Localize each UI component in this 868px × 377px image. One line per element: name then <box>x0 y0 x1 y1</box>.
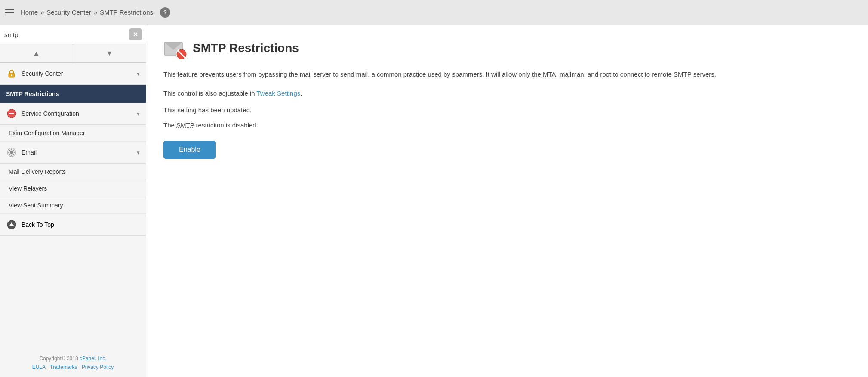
description-paragraph-1: This feature prevents users from bypassi… <box>163 69 851 80</box>
breadcrumb: Home » Security Center » SMTP Restrictio… <box>21 7 170 18</box>
lock-icon <box>6 68 17 79</box>
sidebar-label-service-configuration: Service Configuration <box>22 110 137 117</box>
sidebar-item-smtp-restrictions[interactable]: SMTP Restrictions <box>0 85 146 103</box>
copyright-text: Copyright© 2018 <box>39 355 80 362</box>
back-to-top-label: Back To Top <box>22 221 54 228</box>
description-paragraph-2: This control is also adjustable in Tweak… <box>163 88 851 99</box>
sidebar-label-security-center: Security Center <box>22 70 137 77</box>
arrow-down-icon <box>106 49 113 57</box>
sidebar-section-security-center: Security Center ▾ <box>0 63 146 85</box>
sidebar-footer: Copyright© 2018 cPanel, Inc. EULA Tradem… <box>0 349 146 377</box>
chevron-down-icon-2: ▾ <box>137 111 140 117</box>
sidebar-item-view-sent-summary[interactable]: View Sent Summary <box>0 197 146 214</box>
sidebar-item-view-relayers[interactable]: View Relayers <box>0 180 146 197</box>
main-layout: smtp ✕ Security Center <box>0 25 868 377</box>
nav-up-button[interactable] <box>0 44 73 62</box>
arrow-up-icon <box>33 49 40 57</box>
privacy-link[interactable]: Privacy Policy <box>82 364 114 370</box>
page-header-icon <box>163 38 186 59</box>
top-bar: Home » Security Center » SMTP Restrictio… <box>0 0 868 25</box>
nav-arrows <box>0 44 146 63</box>
sidebar-item-mail-delivery[interactable]: Mail Delivery Reports <box>0 164 146 180</box>
sidebar-label-email: Email <box>22 149 137 156</box>
smtp-abbr-2: SMTP <box>176 121 194 129</box>
tweak-settings-link[interactable]: Tweak Settings <box>257 90 301 97</box>
svg-point-5 <box>10 151 13 154</box>
chevron-down-icon: ▾ <box>137 71 140 77</box>
sidebar-label-exim-config: Exim Configuration Manager <box>9 130 85 136</box>
trademarks-link[interactable]: Trademarks <box>50 364 77 370</box>
content-description: This feature prevents users from bypassi… <box>163 69 851 99</box>
svg-rect-3 <box>9 113 14 114</box>
smtp-abbr-1: SMTP <box>674 71 691 78</box>
search-bar: smtp ✕ <box>0 25 146 44</box>
sidebar-section-email: Email ▾ <box>0 142 146 164</box>
status-disabled: The SMTP restriction is disabled. <box>163 121 851 129</box>
breadcrumb-sep1: » <box>40 9 44 16</box>
svg-point-1 <box>11 74 12 76</box>
page-header: SMTP Restrictions <box>163 38 851 59</box>
breadcrumb-home[interactable]: Home <box>21 9 38 16</box>
breadcrumb-current: SMTP Restrictions <box>100 9 153 16</box>
up-circle-icon <box>6 219 17 230</box>
tweak-settings-suffix: . <box>300 90 302 97</box>
search-clear-button[interactable]: ✕ <box>129 28 142 40</box>
chevron-down-icon-3: ▾ <box>137 149 140 156</box>
company-link[interactable]: cPanel, Inc. <box>80 355 107 362</box>
mta-abbr: MTA <box>543 71 556 78</box>
sidebar-label-mail-delivery: Mail Delivery Reports <box>9 168 66 175</box>
sidebar-section-service-config: Service Configuration ▾ <box>0 103 146 125</box>
sidebar: smtp ✕ Security Center <box>0 25 146 377</box>
sidebar-item-exim-config[interactable]: Exim Configuration Manager <box>0 125 146 142</box>
sidebar-item-service-configuration[interactable]: Service Configuration ▾ <box>0 103 146 124</box>
sidebar-item-email[interactable]: Email ▾ <box>0 142 146 163</box>
help-icon[interactable]: ? <box>160 7 170 18</box>
status-updated: This setting has been updated. <box>163 106 851 114</box>
hamburger-icon[interactable] <box>5 9 14 15</box>
content-area: SMTP Restrictions This feature prevents … <box>146 25 868 377</box>
tweak-settings-prefix: This control is also adjustable in <box>163 90 257 97</box>
search-input[interactable]: smtp <box>4 31 127 38</box>
sidebar-label-view-relayers: View Relayers <box>9 185 47 192</box>
sidebar-label-view-sent-summary: View Sent Summary <box>9 202 63 209</box>
breadcrumb-sep2: » <box>94 9 97 16</box>
sidebar-item-security-center[interactable]: Security Center ▾ <box>0 63 146 84</box>
sidebar-item-back-to-top[interactable]: Back To Top <box>0 214 146 236</box>
sidebar-label-smtp-restrictions: SMTP Restrictions <box>6 90 59 97</box>
page-title: SMTP Restrictions <box>193 41 299 55</box>
gear-icon <box>6 147 17 158</box>
no-entry-icon <box>6 108 17 119</box>
smtp-icon <box>163 38 188 59</box>
enable-button[interactable]: Enable <box>163 141 216 159</box>
eula-link[interactable]: EULA <box>32 364 46 370</box>
breadcrumb-section[interactable]: Security Center <box>46 9 91 16</box>
nav-down-button[interactable] <box>73 44 146 62</box>
